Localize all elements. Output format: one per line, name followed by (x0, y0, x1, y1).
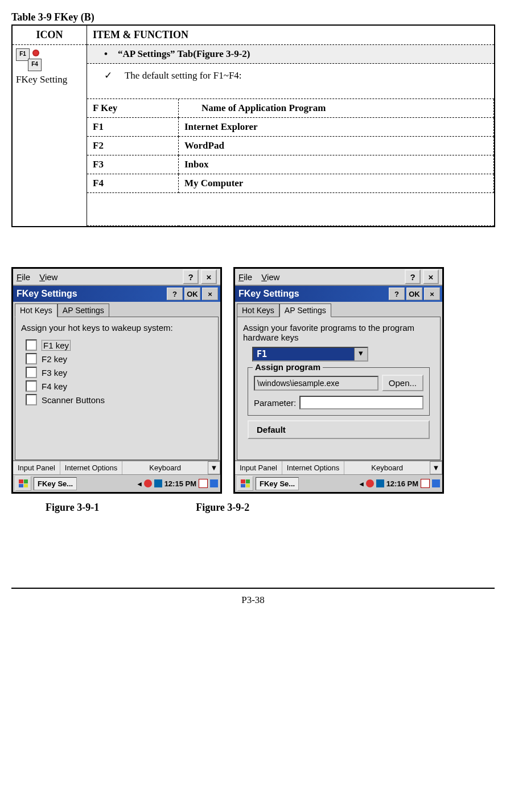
titlebar-close-button[interactable]: × (424, 288, 440, 300)
task-fkey-settings[interactable]: FKey Se... (34, 477, 77, 490)
check-f1[interactable]: F1 key (26, 339, 212, 351)
check-label: F3 key (42, 368, 67, 378)
taskbar: FKey Se... ◂ 12:16 PM (235, 474, 442, 492)
checkbox-icon[interactable] (26, 380, 37, 392)
titlebar-close-button[interactable]: × (202, 288, 218, 300)
hot-keys-panel: Assign your hot keys to wakeup system: F… (15, 317, 219, 460)
fkey-dropdown[interactable]: F1 ▾ (252, 347, 368, 362)
bar-input-panel[interactable]: Input Panel (235, 461, 282, 474)
checkbox-icon[interactable] (26, 339, 37, 351)
dropdown-value: F1 (253, 348, 354, 360)
close-button[interactable]: × (201, 269, 217, 284)
tray-status-icon[interactable] (366, 479, 374, 487)
system-tray: ◂ 12:16 PM (301, 479, 440, 488)
tab-strip: Hot Keys AP Settings (13, 302, 220, 317)
tray-battery-icon[interactable] (376, 479, 384, 487)
taskbar: FKey Se... ◂ 12:15 PM (13, 474, 220, 492)
bar-internet-options[interactable]: Internet Options (60, 461, 123, 474)
tray-desktop-icon[interactable] (432, 479, 440, 487)
start-button[interactable] (15, 476, 31, 491)
default-line-text: The default setting for F1~F4: (125, 70, 242, 81)
header-icon: ICON (12, 25, 87, 45)
cell-app: My Computer (179, 174, 494, 193)
titlebar-ok-button[interactable]: OK (406, 288, 422, 300)
titlebar-ok-button[interactable]: OK (184, 288, 200, 300)
check-label: Scanner Buttons (42, 395, 105, 405)
help-button[interactable]: ? (183, 269, 199, 284)
task-fkey-settings[interactable]: FKey Se... (256, 477, 299, 490)
check-label: F4 key (42, 382, 67, 391)
checkbox-icon[interactable] (26, 394, 37, 405)
cell-app: Inbox (179, 155, 494, 174)
table-row: F4 My Computer (87, 174, 494, 193)
cell-key: F4 (87, 174, 179, 193)
window-title: FKey Settings (15, 289, 165, 299)
tray-clock[interactable]: 12:15 PM (164, 479, 196, 488)
ap-settings-text: “AP Settings” Tab(Figure 3-9-2) (118, 48, 250, 59)
cell-app: WordPad (179, 137, 494, 155)
tab-ap-settings[interactable]: AP Settings (279, 304, 331, 317)
figure-captions: Figure 3-9-1 Figure 3-9-2 (46, 502, 495, 514)
table-row: F2 WordPad (87, 137, 494, 155)
tray-arrow-icon[interactable]: ◂ (138, 479, 142, 488)
checkbox-icon[interactable] (26, 367, 37, 378)
bar-scroll-down[interactable]: ▼ (208, 461, 220, 474)
figure-1-caption: Figure 3-9-1 (46, 502, 99, 514)
bar-keyboard[interactable]: Keyboard (122, 461, 208, 474)
icon-key-f4: F4 (28, 59, 42, 71)
table-row: F3 Inbox (87, 155, 494, 174)
system-tray: ◂ 12:15 PM (79, 479, 218, 488)
ap-settings-panel: Assign your favorite programs to the pro… (237, 317, 441, 460)
tray-desktop-icon[interactable] (210, 479, 218, 487)
tab-hot-keys[interactable]: Hot Keys (237, 304, 279, 317)
check-f4[interactable]: F4 key (26, 380, 212, 392)
tab-hot-keys[interactable]: Hot Keys (15, 304, 57, 317)
parameter-label: Parameter: (254, 398, 296, 408)
bar-scroll-down[interactable]: ▼ (430, 461, 442, 474)
start-button[interactable] (237, 476, 253, 491)
open-button[interactable]: Open... (382, 375, 423, 391)
cell-key: F1 (87, 118, 179, 137)
window-title: FKey Settings (237, 289, 387, 299)
control-panel-bar: Input Panel Internet Options Keyboard ▼ (235, 460, 442, 474)
header-item: ITEM & FUNCTION (87, 25, 495, 45)
tray-battery-icon[interactable] (154, 479, 162, 487)
tray-alert-icon[interactable] (199, 479, 208, 488)
chevron-down-icon[interactable]: ▾ (354, 348, 367, 360)
help-button[interactable]: ? (405, 269, 421, 284)
checkbox-icon[interactable] (26, 353, 37, 364)
hot-keys-desc: Assign your hot keys to wakeup system: (21, 323, 212, 333)
program-path-input[interactable]: \windows\iesample.exe (254, 376, 379, 391)
tray-arrow-icon[interactable]: ◂ (360, 479, 364, 488)
check-f3[interactable]: F3 key (26, 367, 212, 378)
check-label: F1 key (42, 340, 71, 351)
menubar: File View ? × (13, 269, 220, 286)
menu-file[interactable]: File (238, 272, 252, 282)
titlebar-help-button[interactable]: ? (167, 288, 183, 300)
cell-key: F3 (87, 155, 179, 174)
ap-settings-desc: Assign your favorite programs to the pro… (243, 323, 434, 342)
titlebar-help-button[interactable]: ? (389, 288, 405, 300)
menu-view[interactable]: View (39, 272, 57, 282)
default-setting-line: The default setting for F1~F4: (87, 64, 494, 99)
screenshots-row: File View ? × FKey Settings ? OK × Hot K… (11, 267, 495, 494)
bar-keyboard[interactable]: Keyboard (344, 461, 430, 474)
figure-2-caption: Figure 3-9-2 (196, 502, 249, 514)
menu-file[interactable]: File (17, 272, 30, 282)
close-button[interactable]: × (423, 269, 439, 284)
bar-internet-options[interactable]: Internet Options (282, 461, 345, 474)
menu-view[interactable]: View (261, 272, 279, 282)
default-button[interactable]: Default (248, 420, 430, 439)
tray-alert-icon[interactable] (421, 479, 430, 488)
tray-clock[interactable]: 12:16 PM (386, 479, 418, 488)
tray-status-icon[interactable] (144, 479, 152, 487)
check-scanner[interactable]: Scanner Buttons (26, 394, 212, 405)
icon-cell: F1 F4 FKey Setting (12, 45, 87, 227)
tab-ap-settings[interactable]: AP Settings (57, 304, 109, 317)
table-row: F1 Internet Explorer (87, 118, 494, 137)
check-f2[interactable]: F2 key (26, 353, 212, 364)
screenshot-2: File View ? × FKey Settings ? OK × Hot K… (233, 267, 444, 494)
parameter-input[interactable] (299, 396, 423, 409)
empty-row (87, 193, 494, 226)
bar-input-panel[interactable]: Input Panel (13, 461, 60, 474)
